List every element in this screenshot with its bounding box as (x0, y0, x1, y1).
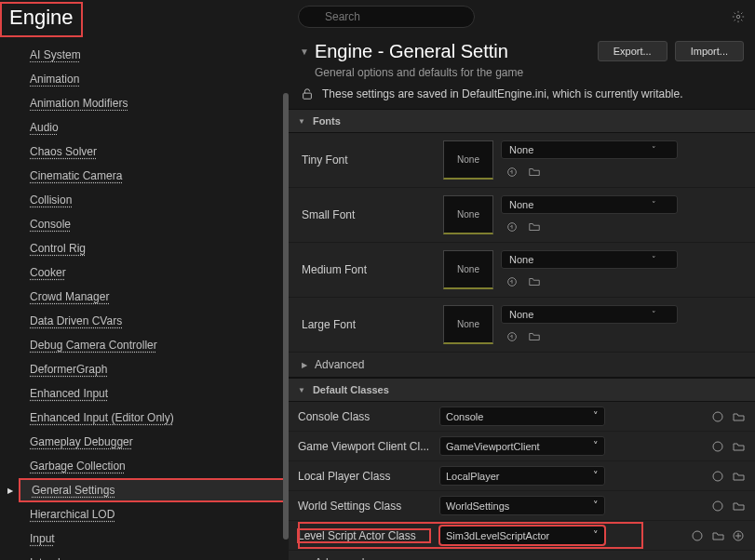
chevron-down-icon: ˅ (593, 470, 599, 482)
sidebar-item-label: Gameplay Debugger (30, 435, 133, 448)
edit-icon[interactable] (710, 499, 725, 513)
sidebar-item-label: General Settings (32, 484, 115, 497)
browse-class-icon[interactable] (731, 439, 746, 454)
edit-icon[interactable] (710, 409, 725, 424)
svg-point-8 (713, 412, 722, 421)
font-thumbnail[interactable]: None (443, 250, 493, 289)
edit-icon[interactable] (690, 528, 705, 543)
sidebar-item-animation[interactable]: Animation (19, 67, 289, 91)
font-select[interactable]: None˅ (501, 250, 678, 269)
svg-point-2 (736, 15, 740, 19)
font-label: Medium Font (289, 263, 443, 276)
sidebar-item-interchange[interactable]: Interchange (19, 551, 289, 560)
page-title: Engine - General Settin (315, 41, 508, 62)
sidebar-item-gameplay-debugger[interactable]: Gameplay Debugger (19, 430, 289, 454)
browse-icon[interactable] (527, 329, 542, 344)
collapse-icon[interactable]: ▼ (300, 47, 309, 57)
svg-point-10 (713, 472, 722, 481)
chevron-down-icon: ▼ (298, 386, 305, 394)
sidebar-item-label: Console (30, 218, 71, 231)
use-selected-icon[interactable] (505, 165, 519, 180)
font-thumbnail[interactable]: None (443, 305, 493, 344)
sidebar-item-label: Data Driven CVars (30, 314, 122, 327)
sidebar-item-input[interactable]: Input (19, 527, 289, 551)
class-select[interactable]: Sim3dLevelScriptActor˅ (439, 526, 605, 545)
settings-icon[interactable] (731, 9, 746, 24)
sidebar-item-animation-modifiers[interactable]: Animation Modifiers (19, 91, 289, 115)
scrollbar[interactable] (283, 93, 289, 540)
font-row-small: Small Font None None˅ (289, 188, 755, 243)
browse-icon[interactable] (527, 220, 542, 234)
sidebar-item-enhanced-input[interactable]: Enhanced Input (19, 381, 289, 406)
browse-class-icon[interactable] (731, 499, 746, 513)
add-icon[interactable] (731, 528, 746, 543)
section-title: Fonts (313, 115, 341, 127)
advanced-label: Advanced (315, 556, 364, 560)
sidebar-item-chaos-solver[interactable]: Chaos Solver (19, 140, 289, 164)
search-input[interactable] (298, 6, 475, 28)
edit-icon[interactable] (710, 439, 725, 454)
use-selected-icon[interactable] (505, 220, 519, 234)
sidebar-item-label: Cooker (30, 266, 66, 279)
font-select[interactable]: None˅ (501, 305, 678, 324)
font-select[interactable]: None˅ (501, 195, 678, 214)
sidebar-item-audio[interactable]: Audio (19, 115, 289, 140)
class-row-console: Console Class Console˅ (289, 402, 755, 432)
use-selected-icon[interactable] (505, 329, 519, 344)
sidebar-item-label: Garbage Collection (30, 460, 126, 473)
fonts-advanced-row[interactable]: ▶ Advanced (289, 353, 755, 378)
class-select[interactable]: LocalPlayer˅ (439, 466, 605, 486)
use-selected-icon[interactable] (505, 274, 519, 289)
sidebar-item-garbage-collection[interactable]: Garbage Collection (19, 454, 289, 478)
font-row-medium: Medium Font None None˅ (289, 243, 755, 298)
class-select[interactable]: WorldSettings˅ (439, 496, 605, 515)
class-row-local-player: Local Player Class LocalPlayer˅ (289, 461, 755, 491)
browse-class-icon[interactable] (731, 409, 746, 424)
sidebar-item-ai-system[interactable]: AI System (19, 43, 289, 67)
sidebar-item-label: Cinematic Camera (30, 169, 122, 182)
page-subtitle: General options and defaults for the gam… (300, 62, 590, 79)
sidebar-item-label: Control Rig (30, 242, 86, 255)
svg-point-9 (713, 442, 722, 451)
sidebar-item-collision[interactable]: Collision (19, 188, 289, 212)
section-fonts-header[interactable]: ▼ Fonts (289, 109, 755, 133)
import-button[interactable]: Import... (675, 41, 744, 61)
chevron-down-icon: ˅ (593, 529, 599, 541)
class-select[interactable]: Console˅ (439, 407, 605, 426)
chevron-right-icon: ▶ (302, 361, 307, 369)
sidebar-item-label: Interchange (30, 556, 88, 560)
export-button[interactable]: Export... (598, 41, 667, 61)
sidebar-item-label: Enhanced Input (Editor Only) (30, 411, 174, 424)
svg-rect-3 (303, 93, 312, 99)
browse-icon[interactable] (527, 274, 542, 289)
sidebar-item-console[interactable]: Console (19, 212, 289, 236)
browse-class-icon[interactable] (731, 469, 746, 484)
font-row-large: Large Font None None˅ (289, 298, 755, 353)
font-thumbnail[interactable]: None (443, 140, 493, 180)
font-select[interactable]: None˅ (501, 140, 678, 159)
sidebar: Engine AI System Animation Animation Mod… (0, 0, 289, 560)
sidebar-item-label: Animation (30, 73, 79, 86)
font-label: Small Font (289, 208, 443, 221)
main-panel: ▼ Engine - General Settin General option… (289, 0, 755, 560)
sidebar-item-crowd-manager[interactable]: Crowd Manager (19, 285, 289, 309)
advanced-label: Advanced (315, 358, 364, 371)
sidebar-item-debug-camera-controller[interactable]: Debug Camera Controller (19, 333, 289, 357)
sidebar-item-data-driven-cvars[interactable]: Data Driven CVars (19, 309, 289, 333)
edit-icon[interactable] (710, 469, 725, 484)
sidebar-item-cinematic-camera[interactable]: Cinematic Camera (19, 164, 289, 188)
browse-class-icon[interactable] (710, 528, 725, 543)
sidebar-item-hierarchical-lod[interactable]: Hierarchical LOD (19, 502, 289, 527)
class-select[interactable]: GameViewportClient˅ (439, 436, 605, 456)
font-thumbnail[interactable]: None (443, 195, 493, 234)
sidebar-item-deformer-graph[interactable]: DeformerGraph (19, 357, 289, 381)
class-label: Level Script Actor Class (298, 529, 430, 542)
browse-icon[interactable] (527, 165, 542, 180)
sidebar-item-general-settings[interactable]: General Settings (19, 478, 289, 502)
sidebar-item-enhanced-input-editor[interactable]: Enhanced Input (Editor Only) (19, 406, 289, 430)
sidebar-item-control-rig[interactable]: Control Rig (19, 236, 289, 260)
section-default-classes-header[interactable]: ▼ Default Classes (289, 378, 755, 402)
classes-advanced-row[interactable]: ▶ Advanced (289, 551, 755, 560)
info-text: These settings are saved in DefaultEngin… (322, 87, 683, 100)
sidebar-item-cooker[interactable]: Cooker (19, 260, 289, 285)
